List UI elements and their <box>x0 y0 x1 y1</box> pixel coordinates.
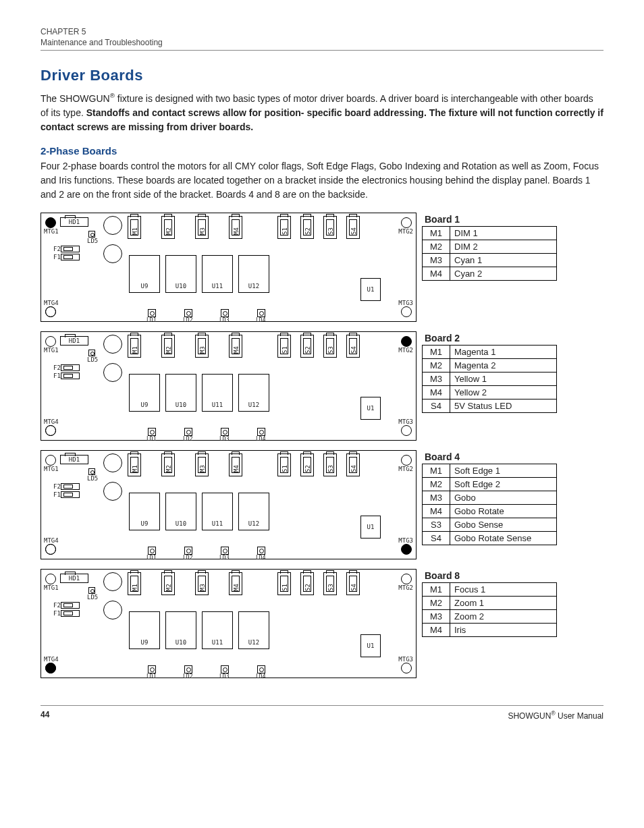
table-row: M3Yellow 1 <box>423 372 557 385</box>
table-row: S45V Status LED <box>423 399 557 412</box>
board-pin-table: M1DIM 1M2DIM 2M3Cyan 1M4Cyan 2 <box>422 226 557 281</box>
table-row: M1Soft Edge 1 <box>423 464 557 477</box>
board-diagram: MTG1 HD1 LD5 F2 F1 MTG4 M1 M2 M3 M4 S1 S… <box>41 213 417 322</box>
page-number: 44 <box>41 710 49 721</box>
board-title: Board 2 <box>422 331 557 345</box>
board-table: Board 2 M1Magenta 1M2Magenta 2M3Yellow 1… <box>422 331 557 413</box>
section-title: Driver Boards <box>41 67 603 84</box>
chapter-section: Maintenance and Troubleshooting <box>41 38 603 47</box>
board-table: Board 1 M1DIM 1M2DIM 2M3Cyan 1M4Cyan 2 <box>422 213 557 281</box>
board-diagram: MTG1 HD1 LD5 F2 F1 MTG4 M1 M2 M3 M4 S1 S… <box>41 450 417 559</box>
board-table: Board 4 M1Soft Edge 1M2Soft Edge 2M3Gobo… <box>422 450 557 545</box>
board-pin-table: M1Magenta 1M2Magenta 2M3Yellow 1M4Yellow… <box>422 345 557 413</box>
table-row: M4Cyan 2 <box>423 267 557 280</box>
board-diagram: MTG1 HD1 LD5 F2 F1 MTG4 M1 M2 M3 M4 S1 S… <box>41 569 417 678</box>
board-block: MTG1 HD1 LD5 F2 F1 MTG4 M1 M2 M3 M4 S1 S… <box>41 331 603 441</box>
table-row: M2DIM 2 <box>423 240 557 253</box>
board-title: Board 8 <box>422 569 557 582</box>
board-pin-table: M1Focus 1M2Zoom 1M3Zoom 2M4Iris <box>422 582 557 637</box>
table-row: M3Cyan 1 <box>423 253 557 267</box>
subsection-title: 2-Phase Boards <box>41 145 603 157</box>
table-row: M1Magenta 1 <box>423 345 557 358</box>
table-row: M3Zoom 2 <box>423 609 557 623</box>
board-table: Board 8 M1Focus 1M2Zoom 1M3Zoom 2M4Iris <box>422 569 557 637</box>
table-row: M4Iris <box>423 623 557 636</box>
table-row: M2Magenta 2 <box>423 358 557 372</box>
table-row: M1Focus 1 <box>423 582 557 596</box>
chapter-number: CHAPTER 5 <box>41 27 603 36</box>
board-title: Board 4 <box>422 450 557 464</box>
table-row: M2Zoom 1 <box>423 596 557 609</box>
board-pin-table: M1Soft Edge 1M2Soft Edge 2M3GoboM4Gobo R… <box>422 464 557 545</box>
table-row: M2Soft Edge 2 <box>423 477 557 491</box>
board-title: Board 1 <box>422 213 557 226</box>
board-diagram: MTG1 HD1 LD5 F2 F1 MTG4 M1 M2 M3 M4 S1 S… <box>41 331 417 441</box>
boards-container: MTG1 HD1 LD5 F2 F1 MTG4 M1 M2 M3 M4 S1 S… <box>41 213 603 678</box>
subsection-paragraph: Four 2-phase boards control the motors f… <box>41 159 603 202</box>
intro-paragraph: The SHOWGUN® fixture is designed with tw… <box>41 91 603 134</box>
board-block: MTG1 HD1 LD5 F2 F1 MTG4 M1 M2 M3 M4 S1 S… <box>41 569 603 678</box>
table-row: S4Gobo Rotate Sense <box>423 531 557 545</box>
table-row: M3Gobo <box>423 491 557 504</box>
page-footer: 44 SHOWGUN® User Manual <box>41 705 603 721</box>
table-row: M4Gobo Rotate <box>423 504 557 518</box>
doc-title: SHOWGUN® User Manual <box>508 710 603 721</box>
board-block: MTG1 HD1 LD5 F2 F1 MTG4 M1 M2 M3 M4 S1 S… <box>41 213 603 322</box>
table-row: M4Yellow 2 <box>423 385 557 399</box>
board-block: MTG1 HD1 LD5 F2 F1 MTG4 M1 M2 M3 M4 S1 S… <box>41 450 603 559</box>
table-row: M1DIM 1 <box>423 226 557 240</box>
chapter-header: CHAPTER 5 Maintenance and Troubleshootin… <box>41 27 603 51</box>
table-row: S3Gobo Sense <box>423 518 557 531</box>
